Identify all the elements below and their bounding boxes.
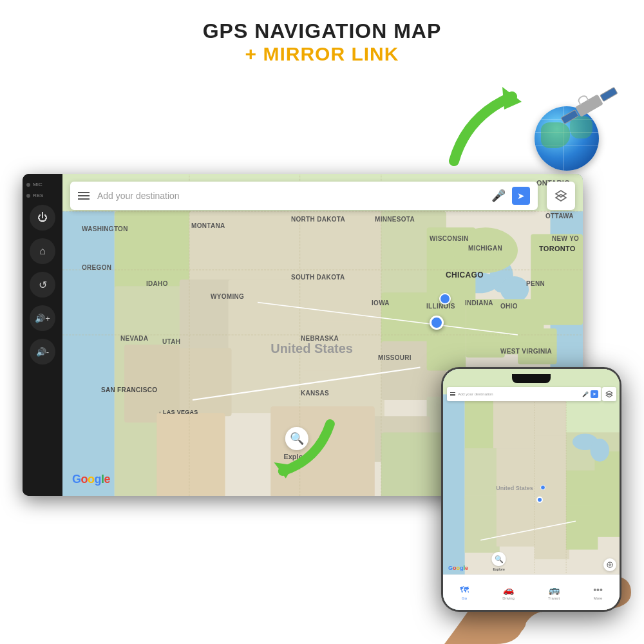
- map-pin-1[interactable]: [439, 293, 451, 305]
- back-button[interactable]: ↺: [30, 272, 55, 298]
- mic-indicator: MIC: [23, 180, 62, 189]
- mic-label: MIC: [33, 182, 43, 187]
- phone-driving-icon: 🚗: [503, 585, 514, 595]
- phone-ham-2: [450, 394, 455, 395]
- svg-rect-58: [443, 369, 465, 610]
- google-e: e: [104, 473, 111, 486]
- utah-label: UTAH: [162, 338, 180, 345]
- phone-more-label: More: [594, 596, 603, 600]
- phone-us-label: United States: [496, 485, 533, 491]
- arrow-top-icon: [428, 77, 544, 167]
- phone-explore-label: Explore: [493, 567, 504, 571]
- chicago-label: Chicago: [446, 270, 484, 279]
- washington-label: WASHINGTON: [82, 225, 128, 232]
- svg-point-77: [591, 439, 610, 461]
- menu-icon[interactable]: [78, 192, 90, 200]
- phone-pin-1: [540, 485, 545, 490]
- svg-marker-0: [502, 87, 522, 109]
- indiana-label: INDIANA: [465, 299, 493, 307]
- kansas-label: KANSAS: [301, 390, 329, 397]
- hamburger-line-2: [78, 195, 90, 196]
- wisconsin-label: WISCONSIN: [430, 235, 468, 242]
- phone-notch: [512, 374, 551, 383]
- oregon-label: OREGON: [82, 264, 111, 271]
- wyoming-label: WYOMING: [211, 293, 244, 300]
- phone-nav-more[interactable]: ••• More: [593, 585, 603, 600]
- google-o1: o: [81, 473, 88, 486]
- phone-mic-icon[interactable]: 🎤: [582, 392, 589, 397]
- svg-marker-49: [556, 194, 566, 201]
- search-placeholder: Add your destination: [97, 191, 491, 201]
- svg-rect-17: [176, 348, 232, 416]
- satellite-globe: [531, 100, 602, 171]
- svg-rect-72: [497, 493, 538, 547]
- phone-nav-icon[interactable]: ➤: [591, 390, 598, 398]
- mic-dot: [26, 183, 30, 187]
- svg-rect-75: [594, 493, 620, 537]
- google-g: G: [72, 473, 81, 486]
- ohio-label: OHIO: [500, 303, 518, 310]
- mirror-link-title: + MIRROR LINK: [0, 43, 644, 65]
- svg-rect-19: [156, 413, 225, 496]
- svg-rect-71: [465, 496, 500, 553]
- phone-location-button[interactable]: [603, 558, 616, 571]
- svg-rect-61: [493, 394, 538, 451]
- svg-rect-60: [465, 394, 497, 451]
- phone-transit-label: Transit: [548, 596, 560, 600]
- volume-up-button[interactable]: 🔊+: [30, 305, 55, 331]
- res-label: RES: [33, 193, 43, 198]
- phone-search-placeholder: Add your destination: [458, 392, 582, 396]
- home-button[interactable]: ⌂: [30, 238, 55, 264]
- hamburger-line-1: [78, 192, 90, 193]
- phone-go-label: Go: [462, 596, 467, 600]
- phone-search-bar[interactable]: Add your destination 🎤 ➤: [447, 387, 601, 401]
- phone-bottom-nav: 🗺 Go 🚗 Driving 🚌 Transit ••• More: [443, 574, 620, 610]
- res-indicator: RES: [23, 191, 62, 200]
- phone-menu-icon[interactable]: [450, 392, 455, 396]
- phone-nav-transit[interactable]: 🚌 Transit: [548, 585, 560, 600]
- svg-rect-74: [566, 506, 598, 550]
- phone-nav-driving[interactable]: 🚗 Driving: [502, 585, 515, 600]
- arrow-bottom-icon: [270, 412, 354, 483]
- google-logo: Google: [72, 473, 110, 486]
- penn-label: PENN: [526, 280, 545, 287]
- missouri-label: MISSOURI: [378, 354, 412, 361]
- svg-rect-64: [535, 435, 569, 480]
- michigan-label: MICHIGAN: [468, 245, 502, 252]
- phone-explore-icon: 🔍: [492, 552, 506, 566]
- phone-more-icon: •••: [593, 585, 603, 595]
- svg-rect-10: [115, 211, 193, 289]
- res-dot: [26, 194, 30, 198]
- power-button[interactable]: ⏻: [30, 205, 55, 231]
- phone-layers-icon: [605, 390, 613, 398]
- layers-button[interactable]: [547, 182, 575, 210]
- phone-ham-1: [450, 392, 455, 393]
- south-dakota-label: SoUth DAKOTA: [291, 274, 345, 281]
- phone-google-e: e: [465, 565, 468, 571]
- phone-driving-label: Driving: [502, 596, 515, 600]
- phone-go-icon: 🗺: [460, 585, 469, 595]
- svg-rect-33: [518, 328, 557, 365]
- volume-down-button[interactable]: 🔊-: [30, 339, 55, 365]
- idaho-label: IDAHO: [146, 280, 168, 287]
- phone-layers-button[interactable]: [602, 387, 616, 401]
- header: GPS NAVIGATION MAP + MIRROR LINK: [0, 19, 644, 65]
- search-bar[interactable]: Add your destination 🎤 ➤: [70, 182, 538, 210]
- phone-explore-button[interactable]: 🔍 Explore: [492, 552, 506, 571]
- phone-nav-go[interactable]: 🗺 Go: [460, 585, 469, 600]
- toronto-label: Toronto: [539, 245, 576, 252]
- svg-rect-73: [535, 515, 569, 559]
- svg-rect-15: [229, 279, 307, 351]
- google-o2: o: [88, 473, 95, 486]
- mic-icon[interactable]: 🎤: [491, 189, 506, 203]
- svg-rect-16: [229, 348, 307, 413]
- phone-google-logo: Google: [448, 565, 468, 571]
- svg-rect-69: [566, 470, 598, 508]
- navigate-icon[interactable]: ➤: [512, 187, 530, 205]
- north-dakota-label: NORTH DAKOTA: [291, 216, 345, 223]
- gps-title: GPS NAVIGATION MAP: [0, 19, 644, 43]
- phone-screen: Add your destination 🎤 ➤ United States G…: [443, 369, 620, 610]
- new-york-label: NEW YO: [552, 235, 579, 242]
- san-francisco-label: San Francisco: [101, 386, 157, 393]
- map-pin-2[interactable]: [430, 316, 444, 330]
